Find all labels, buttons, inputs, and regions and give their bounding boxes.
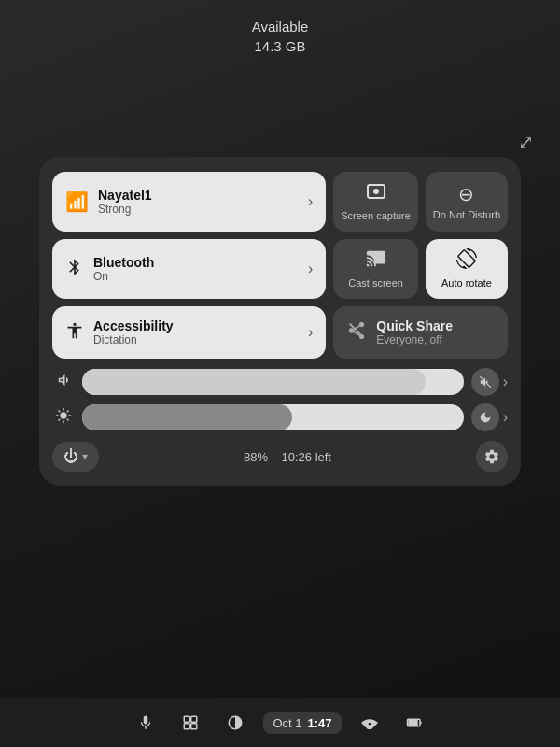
mic-button[interactable] xyxy=(129,706,162,740)
power-chevron: ▾ xyxy=(82,450,88,463)
quick-share-sub: Everyone, off xyxy=(376,333,453,346)
volume-expand-arrow[interactable]: › xyxy=(503,374,508,390)
quick-share-tile[interactable]: Quick Share Everyone, off xyxy=(333,306,508,359)
accessibility-icon xyxy=(65,321,84,345)
quick-settings-panel: 📶 Nayatel1 Strong › Screen capture ⊖ Do … xyxy=(39,157,521,486)
wifi-tile[interactable]: 📶 Nayatel1 Strong › xyxy=(52,172,326,232)
circle-button[interactable] xyxy=(218,706,252,740)
auto-rotate-label: Auto rotate xyxy=(441,277,492,289)
brightness-track[interactable] xyxy=(82,404,464,430)
battery-icon[interactable] xyxy=(398,706,431,740)
volume-icon xyxy=(52,372,75,393)
wifi-icon: 📶 xyxy=(65,190,89,213)
svg-rect-5 xyxy=(191,716,197,722)
wifi-status-icon[interactable] xyxy=(353,706,386,740)
wifi-sub: Strong xyxy=(98,203,299,216)
screen-capture-tile[interactable]: Screen capture xyxy=(333,172,418,232)
accessibility-arrow[interactable]: › xyxy=(308,324,313,341)
power-icon: ⏻ xyxy=(63,448,78,465)
do-not-disturb-icon: ⊖ xyxy=(458,183,474,205)
time-label: 1:47 xyxy=(308,716,332,730)
svg-rect-12 xyxy=(408,720,418,726)
volume-track[interactable] xyxy=(82,369,464,395)
date-label: Oct 1 xyxy=(273,716,301,730)
cast-screen-icon xyxy=(366,248,386,274)
brightness-slider-row: › xyxy=(52,403,508,431)
auto-rotate-tile[interactable]: Auto rotate xyxy=(426,239,508,299)
bluetooth-sub: On xyxy=(93,270,299,283)
brightness-expand-arrow[interactable]: › xyxy=(503,409,508,426)
quick-share-icon xyxy=(346,320,367,345)
expand-icon[interactable]: ⤢ xyxy=(518,131,534,153)
panel-bottom: ⏻ ▾ 88% – 10:26 left xyxy=(52,441,508,472)
auto-rotate-icon xyxy=(456,248,477,274)
bluetooth-tile[interactable]: Bluetooth On › xyxy=(52,239,326,299)
available-storage: Available 14.3 GB xyxy=(0,17,560,56)
wifi-arrow[interactable]: › xyxy=(308,193,313,210)
taskbar: Oct 1 1:47 xyxy=(0,698,560,747)
accessibility-tile[interactable]: Accessibility Dictation › xyxy=(52,306,326,359)
svg-rect-7 xyxy=(191,724,197,729)
screen-capture-icon xyxy=(366,181,386,206)
svg-rect-6 xyxy=(185,724,190,729)
do-not-disturb-tile[interactable]: ⊖ Do Not Disturb xyxy=(426,172,508,232)
tiles-grid: 📶 Nayatel1 Strong › Screen capture ⊖ Do … xyxy=(52,172,508,359)
sliders-section: › › xyxy=(52,368,508,431)
quick-share-label: Quick Share xyxy=(376,318,453,333)
volume-slider-row: › xyxy=(52,368,508,396)
settings-button[interactable] xyxy=(476,441,508,472)
battery-status: 88% – 10:26 left xyxy=(244,450,331,464)
bluetooth-label: Bluetooth xyxy=(93,255,299,270)
screen-capture-label: Screen capture xyxy=(341,210,411,222)
brightness-icon xyxy=(52,407,75,429)
wifi-label: Nayatel1 xyxy=(98,188,299,203)
cast-screen-tile[interactable]: Cast screen xyxy=(333,239,418,299)
bluetooth-icon xyxy=(65,258,84,281)
accessibility-label: Accessibility xyxy=(93,318,299,333)
do-not-disturb-label: Do Not Disturb xyxy=(433,209,500,221)
svg-rect-11 xyxy=(420,722,422,725)
cast-screen-label: Cast screen xyxy=(348,277,403,289)
brightness-toggle-button[interactable] xyxy=(471,403,499,431)
volume-mute-button[interactable] xyxy=(471,368,499,396)
date-time-display[interactable]: Oct 1 1:47 xyxy=(263,712,341,734)
svg-rect-4 xyxy=(185,716,190,722)
power-button[interactable]: ⏻ ▾ xyxy=(52,442,99,472)
bluetooth-arrow[interactable]: › xyxy=(308,261,313,277)
overview-button[interactable] xyxy=(174,706,207,740)
accessibility-sub: Dictation xyxy=(93,333,299,346)
svg-point-1 xyxy=(373,189,379,194)
